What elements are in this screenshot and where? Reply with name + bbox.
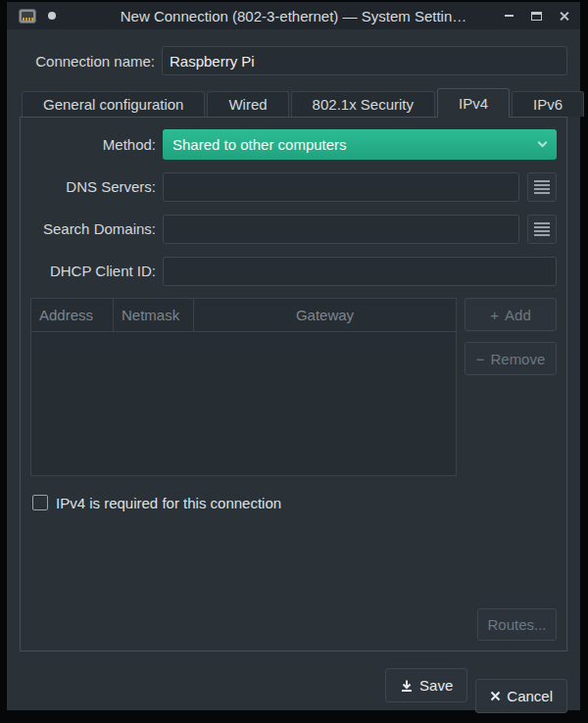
addresses-table[interactable]: Address Netmask Gateway: [30, 298, 457, 476]
app-indicator-dot: [48, 12, 56, 20]
add-address-button[interactable]: +Add: [465, 298, 557, 331]
routes-button-label: Routes...: [487, 616, 546, 633]
cancel-icon: [490, 691, 501, 701]
ipv4-required-checkbox[interactable]: [32, 495, 48, 510]
list-edit-icon: [534, 222, 550, 236]
dhcp-client-id-row: DHCP Client ID:: [30, 256, 557, 286]
save-button[interactable]: Save: [385, 668, 467, 702]
connection-name-label: Connection name:: [20, 53, 155, 70]
dns-servers-row: DNS Servers:: [30, 171, 557, 202]
column-header-gateway[interactable]: Gateway: [194, 299, 456, 331]
search-domains-input[interactable]: [163, 215, 519, 244]
method-label: Method:: [30, 136, 156, 153]
dialog-buttons: Save Cancel: [20, 668, 567, 713]
remove-button-label: Remove: [490, 351, 545, 367]
ethernet-icon: [19, 9, 36, 24]
method-selected-value: Shared to other computers: [172, 136, 347, 153]
chevron-down-icon: [538, 138, 548, 148]
minimize-button[interactable]: [500, 7, 517, 24]
tab-general-configuration[interactable]: General configuration: [22, 91, 205, 117]
dns-servers-input[interactable]: [163, 172, 519, 202]
window-title: New Connection (802-3-ethernet) — System…: [7, 8, 580, 24]
dns-servers-edit-list-button[interactable]: [527, 172, 557, 202]
tab-ipv4[interactable]: IPv4: [437, 88, 510, 118]
cancel-button[interactable]: Cancel: [475, 679, 567, 713]
addresses-table-body[interactable]: [31, 332, 456, 475]
close-icon: [559, 11, 569, 22]
save-button-label: Save: [419, 677, 453, 694]
window-controls: [500, 7, 572, 24]
tab-bar: General configuration Wired 802.1x Secur…: [20, 87, 567, 117]
minimize-icon: [505, 15, 514, 17]
ipv4-required-label: IPv4 is required for this connection: [56, 495, 281, 511]
ipv4-required-row: IPv4 is required for this connection: [30, 493, 557, 512]
dhcp-client-id-label: DHCP Client ID:: [30, 263, 156, 279]
column-header-address[interactable]: Address: [31, 299, 114, 331]
search-domains-row: Search Domains:: [30, 214, 557, 244]
cancel-button-label: Cancel: [507, 688, 553, 704]
dns-servers-label: DNS Servers:: [30, 178, 156, 195]
titlebar[interactable]: New Connection (802-3-ethernet) — System…: [7, 2, 580, 29]
plus-icon: +: [490, 307, 499, 323]
addresses-section: Address Netmask Gateway +Add −Remove: [30, 298, 557, 476]
routes-row: Routes...: [30, 608, 557, 641]
address-buttons: +Add −Remove: [465, 298, 557, 375]
search-domains-label: Search Domains:: [30, 220, 156, 237]
save-icon: [400, 679, 414, 693]
connection-name-row: Connection name:: [20, 46, 567, 75]
search-domains-edit-list-button[interactable]: [527, 215, 557, 244]
dhcp-client-id-input[interactable]: [163, 257, 557, 286]
tab-ipv6[interactable]: IPv6: [512, 91, 584, 117]
remove-address-button[interactable]: −Remove: [465, 342, 557, 375]
dialog-content: Connection name: General configuration W…: [7, 29, 580, 713]
method-dropdown[interactable]: Shared to other computers: [163, 129, 557, 160]
tab-8021x-security[interactable]: 802.1x Security: [291, 91, 435, 117]
maximize-button[interactable]: [527, 7, 545, 24]
addresses-table-header: Address Netmask Gateway: [31, 299, 456, 332]
add-button-label: Add: [505, 307, 531, 323]
ipv4-tab-panel: Method: Shared to other computers DNS Se…: [20, 117, 567, 651]
column-header-netmask[interactable]: Netmask: [114, 299, 194, 331]
maximize-icon: [531, 12, 542, 21]
tab-wired[interactable]: Wired: [207, 91, 288, 117]
connection-name-input[interactable]: [162, 46, 567, 75]
close-button[interactable]: [555, 7, 572, 24]
settings-window: New Connection (802-3-ethernet) — System…: [7, 2, 580, 710]
minus-icon: −: [476, 351, 485, 367]
list-edit-icon: [534, 180, 550, 194]
routes-button[interactable]: Routes...: [477, 608, 557, 641]
method-row: Method: Shared to other computers: [30, 129, 557, 160]
